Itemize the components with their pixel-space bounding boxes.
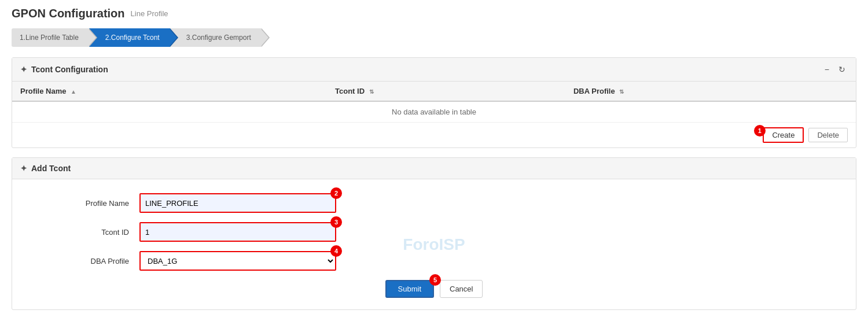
- col-dba-profile[interactable]: DBA Profile ⇅: [565, 82, 856, 101]
- page-subtitle: Line Profile: [131, 9, 168, 18]
- create-button[interactable]: Create: [763, 127, 804, 143]
- page-wrapper: GPON Configuration Line Profile 1.Line P…: [0, 0, 868, 332]
- col-tcont-id[interactable]: Tcont ID ⇅: [327, 82, 565, 101]
- refresh-button[interactable]: ↻: [836, 64, 848, 75]
- add-tcont-panel: ✦ Add Tcont ForoISP Profile Name 2 Tcont…: [12, 157, 856, 310]
- profile-name-row: Profile Name 2: [24, 193, 844, 213]
- step-1-label: 1.Line Profile Table: [20, 34, 79, 42]
- cancel-button[interactable]: Cancel: [440, 280, 483, 298]
- panel-header: ✦ Tcont Configuration − ↻: [12, 58, 856, 82]
- step-3-label: 3.Configure Gemport: [186, 34, 251, 42]
- step-1[interactable]: 1.Line Profile Table: [12, 28, 89, 47]
- dba-profile-row: DBA Profile DBA_1G DBA_2G DBA_512M 4: [24, 251, 844, 271]
- dba-profile-label: DBA Profile: [24, 257, 139, 265]
- panel-controls: − ↻: [822, 64, 848, 75]
- tcont-id-label: Tcont ID: [24, 228, 139, 237]
- panel-title-text: Tcont Configuration: [31, 65, 108, 74]
- create-badge-wrapper: 1 Create: [749, 127, 804, 143]
- form-buttons: Submit 5 Cancel: [24, 280, 844, 298]
- step-3[interactable]: 3.Configure Gemport: [170, 28, 262, 47]
- col-profile-name[interactable]: Profile Name ▲: [12, 82, 327, 101]
- table-empty-row: No data available in table: [12, 101, 856, 122]
- sort-icon-profile: ▲: [71, 88, 76, 95]
- page-title: GPON Configuration: [12, 7, 125, 20]
- add-tcont-title: Add Tcont: [31, 164, 71, 173]
- sort-icon-tcont: ⇅: [369, 88, 374, 95]
- profile-name-badge: 2: [330, 187, 342, 199]
- form-body: ForoISP Profile Name 2 Tcont ID 3: [12, 179, 856, 309]
- add-tcont-icon: ✦: [20, 164, 27, 173]
- submit-badge: 5: [429, 274, 441, 286]
- tcont-id-input[interactable]: [139, 222, 336, 242]
- step-2-label: 2.Configure Tcont: [105, 34, 160, 42]
- table-empty-message: No data available in table: [12, 101, 856, 122]
- steps-bar: 1.Line Profile Table 2.Configure Tcont 3…: [12, 28, 856, 47]
- step-2[interactable]: 2.Configure Tcont: [89, 28, 170, 47]
- create-badge: 1: [754, 125, 766, 137]
- table-header-row: Profile Name ▲ Tcont ID ⇅ DBA Profile ⇅: [12, 82, 856, 101]
- profile-name-label: Profile Name: [24, 199, 139, 208]
- tcont-id-badge: 3: [330, 216, 342, 228]
- minimize-button[interactable]: −: [822, 64, 832, 75]
- add-tcont-header: ✦ Add Tcont: [12, 158, 856, 179]
- submit-button[interactable]: Submit: [385, 280, 434, 298]
- tcont-table: Profile Name ▲ Tcont ID ⇅ DBA Profile ⇅ …: [12, 82, 856, 122]
- tcont-id-row: Tcont ID 3: [24, 222, 844, 242]
- table-actions: 1 Create Delete: [12, 122, 856, 147]
- delete-button[interactable]: Delete: [808, 128, 848, 142]
- puzzle-icon: ✦: [20, 65, 27, 74]
- tcont-configuration-panel: ✦ Tcont Configuration − ↻ Profile Name ▲…: [12, 57, 856, 148]
- sort-icon-dba: ⇅: [619, 88, 624, 95]
- page-header: GPON Configuration Line Profile: [12, 7, 856, 20]
- profile-name-input[interactable]: [139, 193, 336, 213]
- panel-title: ✦ Tcont Configuration: [20, 65, 108, 74]
- dba-profile-badge: 4: [330, 245, 342, 257]
- dba-profile-select[interactable]: DBA_1G DBA_2G DBA_512M: [139, 251, 336, 271]
